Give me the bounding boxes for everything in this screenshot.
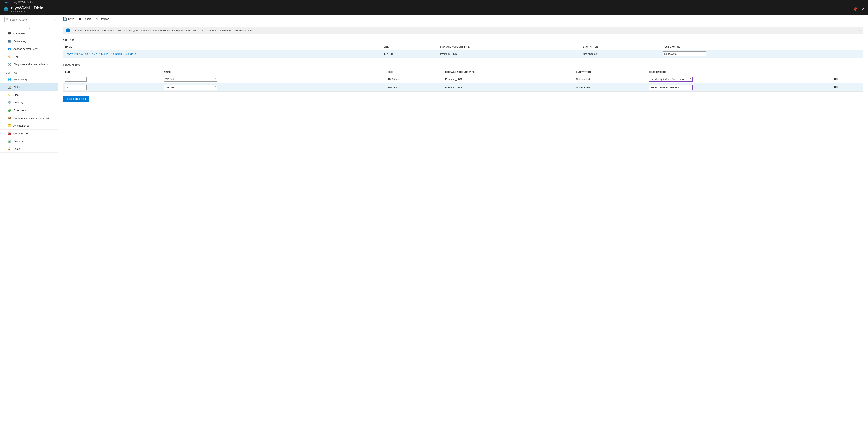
chevron-down-icon: ˅ [215, 86, 216, 89]
sidebar-item-security[interactable]: 🛡️Security [0, 99, 58, 106]
col-dd-size: SIZE [386, 69, 443, 75]
os-disk-table: NAME SIZE STORAGE ACCOUNT TYPE ENCRYPTIO… [63, 44, 863, 58]
avail-icon: 🗂️ [7, 124, 11, 127]
disk-icon: 💽 [7, 85, 11, 89]
sidebar-item-label: Extensions [13, 109, 27, 112]
sidebar-item-label: Tags [13, 55, 19, 58]
add-data-disk-button[interactable]: + Add data disk [63, 96, 89, 102]
sidebar-item-networking[interactable]: 🌐Networking [0, 76, 58, 83]
col-dd-caching: HOST CACHING [647, 69, 832, 75]
scroll-down-icon[interactable]: ▼ [0, 153, 58, 156]
col-name: NAME [63, 44, 382, 50]
open-external-icon[interactable]: ↗ [858, 29, 861, 32]
col-storage: STORAGE ACCOUNT TYPE [438, 44, 581, 50]
collapse-sidebar-icon[interactable]: « [53, 18, 56, 22]
chevron-down-icon: ˅ [690, 78, 691, 81]
col-dd-encryption: ENCRYPTION [574, 69, 647, 75]
lock-icon: 🔒 [7, 147, 11, 151]
search-icon: 🔍 [6, 18, 9, 21]
sidebar-item-availability-set[interactable]: 🗂️Availability set [0, 122, 58, 130]
os-disk-heading: OS disk [63, 38, 863, 42]
refresh-button[interactable]: ↻Refresh [96, 17, 109, 21]
host-caching-select[interactable]: None + Write Accelerator˅ [649, 85, 692, 90]
discard-icon: ✖ [79, 17, 81, 21]
os-disk-caching-select[interactable]: Read/write˅ [663, 51, 706, 56]
sidebar-item-diagnose-and-solve-problems[interactable]: 🛠️Diagnose and solve problems [0, 60, 58, 68]
breadcrumb-separator: › [12, 1, 12, 4]
pin-icon[interactable]: 📌 [852, 7, 858, 12]
sidebar-item-label: Properties [13, 139, 26, 143]
page-title: myWAVM - Disks [11, 5, 44, 10]
col-dd-name: NAME [162, 69, 386, 75]
sidebar-item-label: Security [13, 101, 23, 104]
sidebar-item-label: Continuous delivery (Preview) [13, 117, 49, 120]
page-subtitle: Virtual machine [11, 10, 44, 13]
disk-storage: Premium_LRS [443, 75, 574, 83]
breadcrumb-home[interactable]: Home [4, 1, 10, 4]
title-bar: myWAVM - Disks Virtual machine 📌 ✕ [0, 4, 868, 15]
lun-input[interactable] [65, 85, 87, 90]
os-disk-name-link[interactable]: myWAVM_OsDisk_1_f8678795084e451c8bfdb837… [67, 52, 136, 55]
sidebar-item-overview[interactable]: 🖥️Overview [0, 30, 58, 37]
sidebar-item-label: Locks [13, 147, 20, 150]
lun-input[interactable] [65, 76, 87, 82]
sidebar-item-label: Diagnose and solve problems [13, 63, 49, 66]
sidebar-item-properties[interactable]: 📊Properties [0, 137, 58, 145]
breadcrumb-current: myWAVM - Disks [14, 1, 33, 4]
data-disks-table: LUN NAME SIZE STORAGE ACCOUNT TYPE ENCRY… [63, 69, 863, 92]
log-icon: 📘 [7, 39, 11, 43]
disk-encryption: Not enabled [574, 75, 647, 83]
sidebar-item-label: Disks [13, 86, 20, 89]
search-input[interactable] [4, 17, 51, 22]
banner-message: Managed disks created since June 10, 201… [72, 29, 856, 32]
col-lun: LUN [63, 69, 162, 75]
main-panel: 💾Save ✖Discard ↻Refresh i Managed disks … [59, 15, 868, 443]
breadcrumb: Home › myWAVM - Disks [0, 0, 868, 4]
sidebar-item-label: Configuration [13, 132, 29, 135]
sidebar-item-label: Activity log [13, 40, 26, 43]
sidebar-item-access-control-iam-[interactable]: 👥Access control (IAM) [0, 45, 58, 53]
info-banner: i Managed disks created since June 10, 2… [63, 27, 863, 34]
discard-button[interactable]: ✖Discard [79, 17, 92, 21]
network-icon: 🌐 [7, 77, 11, 81]
os-disk-row: myWAVM_OsDisk_1_f8678795084e451c8bfdb837… [63, 50, 863, 58]
sidebar: 🔍 « ▲ 🖥️Overview📘Activity log👥Access con… [0, 15, 59, 443]
cd-icon: 📦 [7, 116, 11, 120]
svg-point-1 [5, 8, 6, 8]
toolbar: 💾Save ✖Discard ↻Refresh [59, 15, 868, 23]
sidebar-item-activity-log[interactable]: 📘Activity log [0, 37, 58, 45]
sidebar-item-continuous-delivery-preview-[interactable]: 📦Continuous delivery (Preview) [0, 114, 58, 122]
write-accelerator-toggle[interactable] [834, 86, 838, 88]
write-accelerator-toggle[interactable] [834, 77, 838, 80]
chevron-down-icon: ˅ [215, 78, 216, 81]
iam-icon: 👥 [7, 47, 11, 51]
sidebar-item-size[interactable]: 📐Size [0, 91, 58, 99]
props-icon: 📊 [7, 139, 11, 143]
config-icon: 🧰 [7, 131, 11, 135]
save-button[interactable]: 💾Save [63, 17, 74, 21]
shield-icon: 🛡️ [7, 101, 11, 104]
chevron-down-icon: ˅ [704, 53, 705, 55]
size-icon: 📐 [7, 93, 11, 97]
sidebar-item-tags[interactable]: 🏷️Tags [0, 53, 58, 60]
data-disks-heading: Data disks [63, 63, 863, 67]
disk-name-select[interactable]: WADisk2˅ [164, 85, 217, 90]
disk-name-select[interactable]: WADisk1˅ [164, 76, 217, 82]
sidebar-item-disks[interactable]: 💽Disks [0, 83, 58, 91]
close-icon[interactable]: ✕ [861, 7, 864, 12]
monitor-icon: 🖥️ [7, 32, 11, 35]
os-disk-storage: Premium_LRS [438, 50, 581, 58]
sidebar-item-label: Networking [13, 78, 27, 81]
scroll-up-icon[interactable]: ▲ [0, 27, 58, 30]
chevron-down-icon: ˅ [690, 86, 691, 89]
sidebar-item-extensions[interactable]: 🧩Extensions [0, 106, 58, 114]
disk-size: 1023 GiB [386, 83, 443, 92]
ext-icon: 🧩 [7, 108, 11, 112]
wrench-icon: 🛠️ [7, 62, 11, 66]
sidebar-item-locks[interactable]: 🔒Locks [0, 145, 58, 153]
sidebar-item-configuration[interactable]: 🧰Configuration [0, 130, 58, 137]
refresh-icon: ↻ [96, 17, 99, 21]
settings-header: SETTINGS [0, 68, 58, 76]
host-caching-select[interactable]: Read-only + Write Accelerator˅ [649, 76, 692, 82]
disk-encryption: Not enabled [574, 83, 647, 92]
